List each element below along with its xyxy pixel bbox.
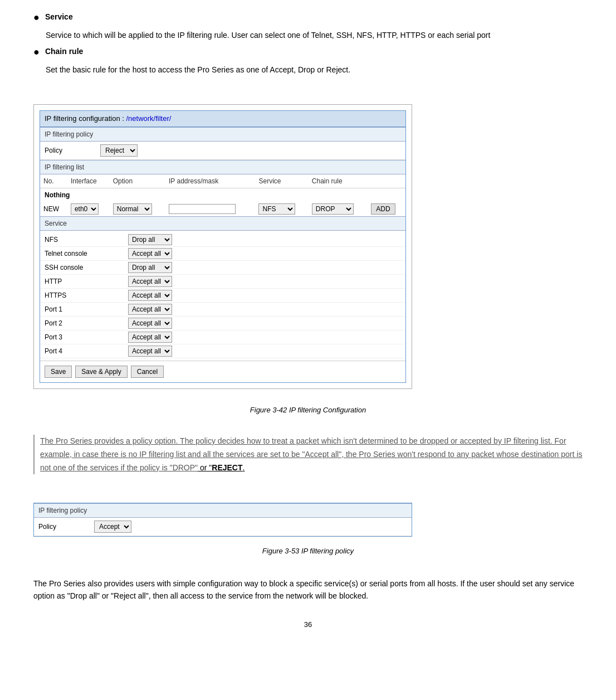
col-interface: Interface [67, 174, 110, 188]
col-no: No. [40, 174, 67, 188]
figure2-caption: Figure 3-53 IP filtering policy [33, 546, 583, 557]
bullet-dot-1: ● [33, 10, 40, 25]
service-row-select[interactable]: Drop allAccept allReject all [128, 304, 172, 315]
service-section-label: Service [40, 216, 405, 231]
ip-cell [165, 202, 255, 216]
policy2-select[interactable]: Accept Reject Drop [94, 521, 131, 533]
service-row-name: Port 3 [45, 332, 128, 342]
list-section-label: IP filtering list [40, 160, 405, 174]
paragraph1-wrapper: The Pro Series provides a policy option.… [33, 435, 583, 474]
service-row-select[interactable]: Drop allAccept allReject all [128, 234, 172, 245]
service-row-name: HTTP [45, 276, 128, 286]
add-cell: ADD [368, 202, 405, 216]
col-ip: IP address/mask [165, 174, 255, 188]
save-apply-button[interactable]: Save & Apply [75, 366, 127, 378]
policy2-label: Policy [38, 522, 94, 532]
service-row-select[interactable]: Drop allAccept allReject all [128, 332, 172, 343]
service-desc: Service to which will be applied to the … [46, 30, 583, 41]
cancel-button[interactable]: Cancel [131, 366, 164, 378]
nothing-label: Nothing [40, 188, 405, 202]
service-row-name: Port 4 [45, 346, 128, 356]
chain-select[interactable]: DROP ACCEPT REJECT [312, 203, 354, 215]
service-row: Telnet consoleDrop allAccept allReject a… [40, 247, 405, 261]
policy-select[interactable]: Reject Accept Drop [100, 144, 138, 157]
save-button[interactable]: Save [45, 366, 72, 378]
interface-cell: eth0 eth1 [67, 202, 110, 216]
col-option: Option [110, 174, 165, 188]
service-row: HTTPSDrop allAccept allReject all [40, 289, 405, 303]
add-button[interactable]: ADD [371, 203, 395, 215]
service-row: Port 3Drop allAccept allReject all [40, 330, 405, 344]
config-path: : /network/filter/ [122, 114, 171, 123]
col-action [368, 174, 405, 188]
policy2-section-label: IP filtering policy [34, 503, 412, 518]
service-row-select[interactable]: Drop allAccept allReject all [128, 262, 172, 273]
service-row-name: Port 2 [45, 318, 128, 328]
config-path-text: /network/filter/ [126, 114, 171, 123]
config-header: IP filtering configuration : /network/fi… [40, 111, 405, 127]
ip-filter-config-box: IP filtering configuration : /network/fi… [33, 104, 412, 389]
service-select[interactable]: NFS Telnet SSH HTTP HTTPS [258, 203, 295, 215]
chain-cell: DROP ACCEPT REJECT [309, 202, 368, 216]
paragraph2: The Pro Series also provides users with … [33, 577, 583, 602]
col-service: Service [255, 174, 308, 188]
service-row-name: Port 1 [45, 304, 128, 314]
ip-filter-policy-box: IP filtering policy Policy Accept Reject… [33, 503, 412, 537]
ip-input[interactable] [169, 204, 236, 214]
new-entry-row: NEW eth0 eth1 Normal Inverted [40, 202, 405, 216]
service-row-name: Telnet console [45, 249, 128, 259]
figure2-container: IP filtering policy Policy Accept Reject… [33, 503, 583, 557]
paragraph1-normal: or "REJECT. [198, 463, 245, 472]
service-list: NFSDrop allAccept allReject allTelnet co… [40, 231, 405, 361]
service-title: Service [45, 11, 73, 23]
service-row-select[interactable]: Drop allAccept allReject all [128, 276, 172, 287]
filter-list-table: No. Interface Option IP address/mask Ser… [40, 174, 405, 216]
new-label: NEW [40, 202, 67, 216]
service-row: NFSDrop allAccept allReject all [40, 233, 405, 247]
policy-section-label: IP filtering policy [40, 127, 405, 142]
chain-rule-title: Chain rule [45, 46, 83, 57]
reject-bold: REJECT [212, 463, 242, 472]
chain-rule-desc: Set the basic rule for the host to acces… [46, 64, 583, 76]
option-select[interactable]: Normal Inverted [113, 203, 152, 215]
col-chain: Chain rule [309, 174, 368, 188]
figure1-caption: Figure 3-42 IP filtering Configuration [33, 405, 583, 416]
nothing-row: Nothing [40, 188, 405, 202]
config-title: IP filtering configuration [45, 114, 120, 123]
service-row-select[interactable]: Drop allAccept allReject all [128, 318, 172, 329]
service-row: HTTPDrop allAccept allReject all [40, 275, 405, 289]
service-cell: NFS Telnet SSH HTTP HTTPS [255, 202, 308, 216]
service-row: Port 1Drop allAccept allReject all [40, 303, 405, 317]
option-cell: Normal Inverted [110, 202, 165, 216]
figure1-container: IP filtering configuration : /network/fi… [33, 93, 583, 415]
service-row: Port 4Drop allAccept allReject all [40, 344, 405, 358]
paragraph1-strikethrough: The Pro Series provides a policy option.… [40, 436, 582, 472]
page-number: 36 [33, 619, 583, 630]
service-row-name: SSH console [45, 262, 128, 273]
bullet-dot-2: ● [33, 45, 40, 60]
service-row-name: HTTPS [45, 290, 128, 300]
policy-label: Policy [45, 145, 100, 155]
service-row-name: NFS [45, 235, 128, 245]
policy-row: Policy Reject Accept Drop [40, 142, 405, 160]
service-row: Port 2Drop allAccept allReject all [40, 317, 405, 330]
table-header-row: No. Interface Option IP address/mask Ser… [40, 174, 405, 188]
button-row: Save Save & Apply Cancel [40, 361, 405, 382]
config-table: IP filtering configuration : /network/fi… [40, 110, 406, 383]
service-row: SSH consoleDrop allAccept allReject all [40, 261, 405, 275]
policy2-row: Policy Accept Reject Drop [34, 518, 412, 536]
service-row-select[interactable]: Drop allAccept allReject all [128, 248, 172, 259]
paragraph1: The Pro Series provides a policy option.… [33, 435, 583, 474]
interface-select[interactable]: eth0 eth1 [71, 203, 99, 215]
service-row-select[interactable]: Drop allAccept allReject all [128, 290, 172, 301]
service-row-select[interactable]: Drop allAccept allReject all [128, 346, 172, 357]
